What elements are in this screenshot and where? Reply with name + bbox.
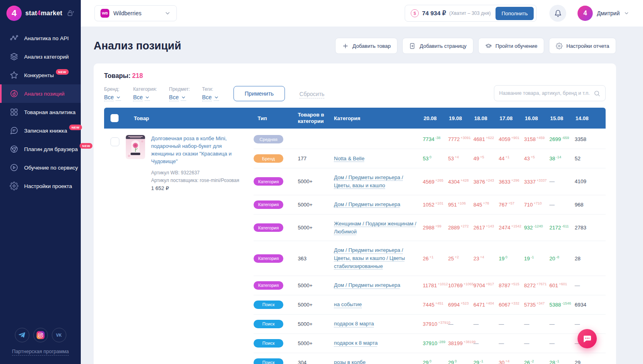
lock-icon[interactable] <box>66 9 74 17</box>
balance-note: (Хватит – 303 дня) <box>449 10 491 16</box>
filter-value: Все <box>104 94 114 101</box>
type-badge: Категория <box>254 281 283 290</box>
position-value: 10769+1065 <box>443 282 469 288</box>
category-count: 5000+ <box>298 178 334 184</box>
main-area: WB Wildberries $ 74 934 ₽ (Хватит – 303 … <box>81 0 643 364</box>
position-value: 26-2 <box>519 359 545 364</box>
position-value: 37910-289 <box>418 340 443 346</box>
row-checkbox[interactable] <box>111 137 119 146</box>
product-price: 1 652 ₽ <box>151 185 244 191</box>
position-value: — <box>545 340 570 346</box>
topup-button[interactable]: Пополнить <box>496 7 534 20</box>
sidebar: 4 stat4market Аналитика по API Анализ ка… <box>0 0 81 364</box>
notifications-button[interactable] <box>549 5 566 22</box>
filter-dropdown[interactable]: Категория: Все <box>133 86 157 101</box>
filter-value: Все <box>133 94 143 101</box>
position-value: 3876+243 <box>469 178 494 185</box>
partner-program-link[interactable]: Партнерская программа <box>12 349 69 356</box>
position-value: 23+4 <box>469 255 494 262</box>
products-label: Товары: <box>104 72 131 79</box>
type-badge: Средняя <box>254 135 283 143</box>
add-page-action-button[interactable]: Добавить страницу <box>402 38 473 54</box>
instagram-icon[interactable] <box>33 328 48 342</box>
search-icon[interactable] <box>594 90 600 97</box>
user-menu[interactable]: 4 Дмитрий <box>577 6 629 21</box>
category-link[interactable]: розы в колбе <box>334 359 371 364</box>
filter-dropdown[interactable]: Теги: Все <box>202 86 219 101</box>
position-value: 43+5 <box>519 155 545 162</box>
logo-icon[interactable]: 4 <box>6 6 22 21</box>
table-row: Поиск 5000+ подарок 8 марта 37910+37910—… <box>254 314 606 333</box>
apply-filters-button[interactable]: Применить <box>233 86 285 101</box>
sidebar-item-competitors[interactable]: Конкуренты NEW <box>0 66 81 84</box>
sidebar-item-label: Анализ категорий <box>24 54 69 60</box>
sidebar-item-service-training[interactable]: Обучение по сервису <box>0 158 81 177</box>
position-value: 2474+1542 <box>494 224 519 231</box>
sidebar-item-notebook[interactable]: Записная книжка NEW <box>0 121 81 140</box>
filter-dropdown[interactable]: Предмет: Все <box>169 86 190 101</box>
filter-value: Все <box>202 94 212 101</box>
category-link[interactable]: на событие <box>334 301 367 307</box>
position-value: 290 <box>443 359 469 364</box>
new-badge: NEW <box>69 125 82 130</box>
telegram-icon[interactable] <box>15 328 29 342</box>
position-value: 3358 <box>570 136 595 142</box>
category-link[interactable]: подарок к 8 марта <box>334 340 383 346</box>
new-badge: NEW <box>56 69 69 75</box>
position-value: 290 <box>418 359 443 364</box>
product-analytics-icon <box>10 108 18 117</box>
sidebar-item-label: Аналитика по API <box>24 35 69 41</box>
sidebar-item-api-analytics[interactable]: Аналитика по API <box>0 29 81 47</box>
type-badge: Категория <box>254 177 283 186</box>
vk-icon[interactable]: VK <box>52 328 66 342</box>
category-link[interactable]: подарок 8 марта <box>334 321 380 327</box>
position-value: 8787+515 <box>494 282 519 288</box>
search-input[interactable] <box>499 90 594 96</box>
sidebar-item-label: Обучение по сервису <box>24 165 78 171</box>
chat-fab-button[interactable] <box>577 329 597 348</box>
category-link[interactable]: Женщинам / Подарки женщинам / Любимой <box>334 221 416 235</box>
marketplace-select[interactable]: WB Wildberries <box>94 5 177 21</box>
category-link[interactable]: Дом / Предметы интерьера / Цветы, вазы и… <box>334 247 405 269</box>
brand-name: stat4market <box>25 10 62 17</box>
position-value: 530 <box>418 155 443 162</box>
position-value: 2172-611 <box>545 224 570 231</box>
reset-filters-button[interactable]: Сбросить <box>299 91 324 101</box>
position-value: 6067+332 <box>494 301 519 308</box>
chevron-down-icon <box>116 95 121 101</box>
position-value: 11781+1012 <box>418 282 443 288</box>
position-value: 4304+428 <box>443 178 469 185</box>
category-count: 5000+ <box>298 202 334 208</box>
category-link[interactable]: Дом / Предметы интерьера <box>334 201 406 207</box>
position-value: 28-1 <box>545 359 570 364</box>
sidebar-item-browser-plugin[interactable]: Плагин для браузера NEW <box>0 140 81 158</box>
position-value: 26+1 <box>418 255 443 262</box>
product-article-supplier: Артикул поставщика: rose-mini/Розовая <box>151 177 244 184</box>
category-link[interactable]: Notta & Belle <box>334 155 370 162</box>
report-settings-action-button[interactable]: Настройки отчета <box>549 38 616 54</box>
position-value: 30+4 <box>494 359 519 364</box>
category-link[interactable]: Дом / Предметы интерьера <box>334 282 406 288</box>
table-row: Категория 5000+ Дом / Предметы интерьера… <box>254 195 606 214</box>
position-value: 25+2 <box>443 255 469 262</box>
positions-table: Товар Тип Товаров в категории Категория … <box>104 108 606 364</box>
category-link[interactable]: Дом / Предметы интерьера / Цветы, вазы и… <box>334 174 403 188</box>
sidebar-item-category-analysis[interactable]: Анализ категорий <box>0 47 81 66</box>
category-count: 5000+ <box>298 225 334 231</box>
logo-row: 4 stat4market <box>0 0 81 27</box>
position-value: 845+78 <box>469 201 494 208</box>
plus-action-button[interactable]: Добавить товар <box>335 38 397 54</box>
sidebar-item-position-analysis[interactable]: Анализ позиций <box>0 84 81 103</box>
position-value: — <box>570 321 595 327</box>
sidebar-item-project-settings[interactable]: Настройки проекта <box>0 177 81 195</box>
position-value: 49+5 <box>469 155 494 162</box>
action-button-label: Пройти обучение <box>496 43 537 49</box>
sidebar-item-product-analytics[interactable]: Товарная аналитика <box>0 103 81 121</box>
select-all-checkbox[interactable] <box>111 114 119 122</box>
training-action-button[interactable]: Пройти обучение <box>478 38 544 54</box>
filter-dropdown[interactable]: Бренд: Все <box>104 86 121 101</box>
chevron-down-icon <box>145 95 150 101</box>
product-image[interactable] <box>126 135 145 159</box>
position-value: 7734-38 <box>418 136 443 142</box>
product-title-link[interactable]: Долговечная роза в колбе Mini, подарочны… <box>151 135 244 165</box>
